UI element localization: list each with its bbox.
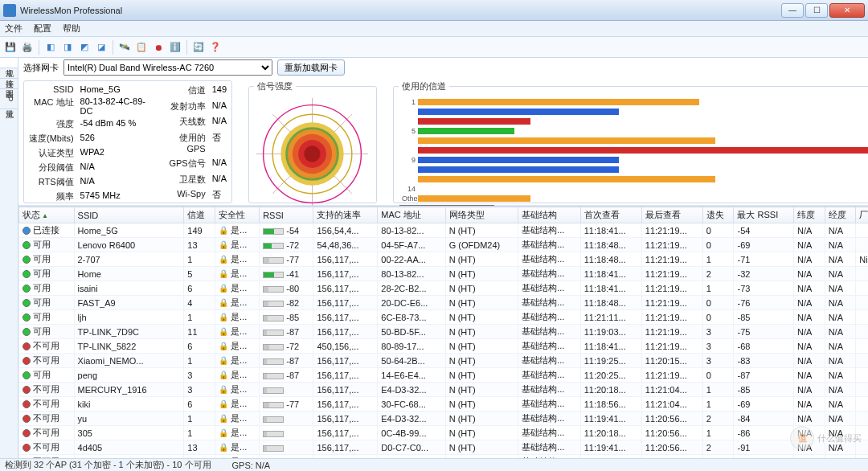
watermark: 值 什么值得买 <box>790 426 862 450</box>
table-row[interactable]: 已连接Home_5G149🔒 是... -54156,54,4...80-13-… <box>19 223 869 238</box>
col-10[interactable]: 最后查看 <box>641 207 702 223</box>
print-icon[interactable]: 🖨️ <box>20 40 35 55</box>
network4-icon[interactable]: ◪ <box>94 40 108 55</box>
tab-connection[interactable]: 连接 <box>0 68 18 79</box>
table-row[interactable]: 不可用kiki6🔒 是... -77156,117,...30-FC-68...… <box>19 397 869 412</box>
tab-ip-traffic[interactable]: IP 流量 <box>0 89 18 109</box>
nic-label: 选择网卡 <box>23 62 59 74</box>
radar-chart <box>254 96 371 212</box>
table-row[interactable]: 可用Lenovo R640013🔒 是... -7254,48,36...04-… <box>19 238 869 252</box>
col-0[interactable]: 状态▲ <box>19 207 75 223</box>
table-row[interactable]: 不可用3051🔒 是... 156,117,...0C-4B-99...N (H… <box>19 426 869 440</box>
log-icon[interactable]: 📋 <box>134 40 149 55</box>
tab-chart[interactable]: 图表 <box>0 79 18 89</box>
table-row[interactable]: 不可用4d40513🔒 是... 156,117,...D0-C7-C0...N… <box>19 440 869 455</box>
save-icon[interactable]: 💾 <box>3 40 18 55</box>
channel-bar: 9 <box>402 156 868 163</box>
col-13[interactable]: 纬度 <box>793 207 825 223</box>
menu-config[interactable]: 配置 <box>34 23 51 35</box>
tab-general[interactable]: 常规 <box>0 58 18 68</box>
update-icon[interactable]: 🔄 <box>191 40 206 55</box>
ap-grid[interactable]: ▴ 状态▲SSID信道安全性RSSI支持的速率MAC 地址网络类型基础结构首次查… <box>18 206 868 458</box>
kv-panel: SSIDHome_5G MAC 地址80-13-82-4C-89-DC 强度-5… <box>23 80 232 203</box>
col-7[interactable]: 网络类型 <box>445 207 518 223</box>
col-5[interactable]: 支持的速率 <box>313 207 378 223</box>
table-row[interactable]: 不可用MERCURY_19163🔒 是... 156,117,...E4-D3-… <box>19 383 869 397</box>
table-row[interactable]: 可用FAST_A94🔒 是... -82156,117,...20-DC-E6.… <box>19 296 869 310</box>
channel-bar <box>402 166 868 173</box>
col-11[interactable]: 遗失 <box>702 207 734 223</box>
col-2[interactable]: 信道 <box>184 207 215 223</box>
svg-point-10 <box>304 145 320 162</box>
status-bar: 检测到 32 个AP (31 个加密 - 1 个未加密) - 10 个可用 GP… <box>0 458 868 471</box>
channel-bar <box>402 137 868 144</box>
col-6[interactable]: MAC 地址 <box>378 207 445 223</box>
col-14[interactable]: 经度 <box>825 207 856 223</box>
maximize-button[interactable]: ☐ <box>805 3 828 18</box>
reload-nic-button[interactable]: 重新加载网卡 <box>277 59 345 76</box>
network-icon[interactable]: ◧ <box>43 40 58 55</box>
channel-bar <box>402 117 868 125</box>
title-bar: WirelessMon Professional — ☐ ✕ <box>0 0 868 21</box>
channel-bar: 5 <box>402 127 868 134</box>
channel-title: 使用的信道 <box>399 80 449 92</box>
table-row[interactable]: 可用isaini6🔒 是... -80156,117,...28-2C-B2..… <box>19 281 869 296</box>
channel-bar: Other <box>402 195 868 202</box>
info-icon[interactable]: ℹ️ <box>168 40 182 55</box>
menu-help[interactable]: 帮助 <box>63 23 80 35</box>
table-row[interactable]: 可用peng3🔒 是... -87156,117,...14-E6-E4...N… <box>19 368 869 383</box>
table-row[interactable]: 不可用Xiaomi_NEMO...1🔒 是... -87156,117,...5… <box>19 354 869 368</box>
col-1[interactable]: SSID <box>74 207 184 223</box>
help-icon[interactable]: ❓ <box>208 40 223 55</box>
kv-ssid-value: Home_5G <box>80 84 146 94</box>
window-title: WirelessMon Professional <box>20 6 122 15</box>
app-icon <box>3 4 16 17</box>
table-row[interactable]: 可用Home5🔒 是... -41156,117,...80-13-82...N… <box>19 267 869 281</box>
channel-bar: 1 <box>402 98 868 105</box>
col-4[interactable]: RSSI <box>260 207 313 223</box>
toolbar: 💾 🖨️ ◧ ◨ ◩ ◪ 🛰️ 📋 ⏺ ℹ️ 🔄 ❓ <box>0 37 868 58</box>
status-ap-count: 检测到 32 个AP (31 个加密 - 1 个未加密) - 10 个可用 <box>5 459 211 471</box>
menu-bar: 文件 配置 帮助 <box>0 21 868 37</box>
signal-strength-panel: 信号强度 <box>248 80 377 203</box>
channel-bar <box>402 108 868 115</box>
network3-icon[interactable]: ◩ <box>77 40 92 55</box>
col-3[interactable]: 安全性 <box>215 207 260 223</box>
table-row[interactable]: 不可用TP-LINK_58226🔒 是... -72450,156,...80-… <box>19 339 869 354</box>
table-row[interactable]: 可用2-7071🔒 是... -77156,117,...00-22-AA...… <box>19 252 869 267</box>
channel-usage-panel: 使用的信道 15914Other 信道使用 B/G/N <box>393 80 868 203</box>
kv-ssid-label: SSID <box>29 84 74 94</box>
status-gps: GPS: N/A <box>232 461 271 470</box>
gps-icon[interactable]: 🛰️ <box>117 40 132 55</box>
col-9[interactable]: 首次查看 <box>580 207 641 223</box>
minimize-button[interactable]: — <box>781 3 804 18</box>
close-button[interactable]: ✕ <box>829 3 865 18</box>
table-row[interactable]: 可用ljh1🔒 是... -85156,117,...6C-E8-73...N … <box>19 310 869 325</box>
channel-bar <box>402 175 868 182</box>
channel-bar <box>402 146 868 154</box>
watermark-icon: 值 <box>790 426 814 450</box>
col-12[interactable]: 最大 RSSI <box>734 207 793 223</box>
table-row[interactable]: 不可用yu1🔒 是... 156,117,...E4-D3-32...N (HT… <box>19 412 869 426</box>
table-row[interactable]: 可用TP-LINK_7D9C11🔒 是... -87156,117,...50-… <box>19 325 869 339</box>
menu-file[interactable]: 文件 <box>5 23 23 35</box>
network2-icon[interactable]: ◨ <box>60 40 75 55</box>
col-8[interactable]: 基础结构 <box>518 207 581 223</box>
side-tabs: 常规 连接 图表 IP 流量 <box>0 58 18 458</box>
nic-select[interactable]: Intel(R) Dual Band Wireless-AC 7260 <box>63 59 272 76</box>
record-icon[interactable]: ⏺ <box>151 40 166 55</box>
channel-bar: 14 <box>402 185 868 192</box>
col-15[interactable]: 厂商 <box>856 207 868 223</box>
radar-title: 信号强度 <box>254 80 296 92</box>
